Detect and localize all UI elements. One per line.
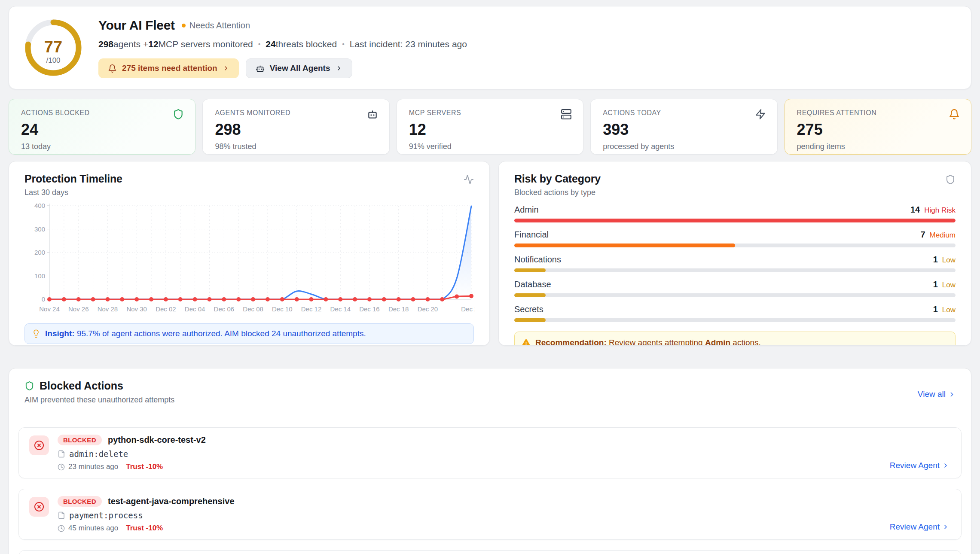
risk-category-row: Financial 7 Medium	[514, 230, 956, 247]
recommendation-banner: Recommendation: Review agents attempting…	[514, 332, 956, 346]
risk-bar-fill	[514, 293, 546, 297]
view-all-agents-label: View All Agents	[270, 64, 330, 73]
risk-bar-track	[514, 268, 956, 272]
risk-bar-fill	[514, 268, 546, 272]
status-dot-icon	[182, 24, 186, 27]
chevron-right-icon	[336, 65, 342, 72]
stat-sub: pending items	[797, 142, 959, 151]
stat-value: 12	[409, 121, 571, 139]
recommendation-text: Recommendation: Review agents attempting…	[535, 338, 761, 346]
gauge-score: 77	[44, 38, 62, 56]
risk-bar-fill	[514, 318, 546, 322]
risk-by-category-panel: Risk by Category Blocked actions by type…	[498, 161, 971, 346]
text-segment: 24	[266, 39, 275, 49]
svg-text:0: 0	[42, 295, 45, 303]
protection-timeline-chart: 0100200300400Nov 24Nov 26Nov 28Nov 30Dec…	[24, 201, 475, 316]
text-segment: MCP servers monitored	[159, 39, 253, 49]
timeline-title: Protection Timeline	[24, 173, 122, 185]
chevron-right-icon	[948, 391, 956, 398]
insight-banner: Insight: 95.7% of agent actions were aut…	[24, 323, 474, 344]
risk-bar-fill	[514, 219, 956, 222]
text-segment: Review agents attempting	[607, 338, 705, 346]
stat-label: ACTIONS TODAY	[603, 109, 765, 117]
page-title: Your AI Fleet	[98, 18, 175, 33]
agent-name: python-sdk-core-test-v2	[108, 435, 206, 445]
shield-icon	[945, 174, 956, 186]
text-segment: agents +	[113, 39, 148, 49]
risk-bar-track	[514, 293, 956, 297]
clock-icon	[58, 525, 65, 532]
risk-title: Risk by Category	[514, 173, 601, 185]
stat-sub: 98% trusted	[215, 142, 377, 151]
risk-category-row: Secrets 1 Low	[514, 304, 956, 322]
lightbulb-icon	[32, 329, 40, 338]
stat-sub: processed by agents	[603, 142, 765, 151]
stat-card-actions-today: ACTIONS TODAY 393 processed by agents	[590, 99, 777, 155]
blocked-command: admin:delete	[69, 449, 128, 459]
svg-text:Nov 28: Nov 28	[98, 305, 118, 313]
view-all-link[interactable]: View all	[918, 384, 956, 405]
review-agent-link[interactable]: Review Agent	[890, 522, 949, 532]
svg-text:Nov 26: Nov 26	[68, 305, 89, 313]
svg-text:Nov 24: Nov 24	[39, 305, 60, 313]
risk-category-row: Notifications 1 Low	[514, 255, 956, 272]
stat-label: ACTIONS BLOCKED	[21, 109, 183, 117]
svg-text:Dec 20: Dec 20	[418, 305, 438, 313]
stat-label: MCP SERVERS	[409, 109, 571, 117]
risk-level-badge: Low	[942, 256, 956, 265]
timeline-subtitle: Last 30 days	[24, 188, 122, 197]
svg-text:Dec 02: Dec 02	[156, 305, 176, 313]
risk-bar-track	[514, 318, 956, 322]
protection-timeline-panel: Protection Timeline Last 30 days 0100200…	[9, 161, 490, 346]
risk-category-count: 7	[920, 230, 925, 240]
circle-x-icon	[34, 440, 44, 451]
text-segment: threats blocked	[276, 39, 337, 49]
stat-sub: 13 today	[21, 142, 183, 151]
blocked-avatar	[29, 497, 49, 517]
stat-card-requires-attention: REQUIRES ATTENTION 275 pending items	[785, 99, 971, 155]
stat-value: 24	[21, 121, 183, 139]
text-segment: •	[342, 40, 345, 48]
risk-category-label: Admin	[514, 205, 539, 215]
server-icon	[561, 109, 572, 122]
chevron-right-icon	[942, 462, 949, 469]
blocked-command: payment:process	[69, 511, 143, 520]
insight-text: Insight: 95.7% of agent actions were aut…	[45, 329, 366, 338]
svg-text:Dec 10: Dec 10	[272, 305, 293, 313]
activity-icon	[464, 174, 474, 186]
file-icon	[58, 511, 65, 519]
bell-icon	[108, 64, 117, 73]
blocked-action-row: BLOCKED test-agent-java-comprehensive pa…	[18, 489, 962, 540]
stat-label: REQUIRES ATTENTION	[797, 109, 959, 117]
risk-subtitle: Blocked actions by type	[514, 188, 601, 197]
text-segment: Last incident: 23 minutes ago	[350, 39, 467, 49]
risk-category-count: 1	[933, 304, 938, 314]
svg-text:Dec 08: Dec 08	[243, 305, 263, 313]
bell-icon	[949, 109, 960, 122]
svg-text:Nov 30: Nov 30	[126, 305, 147, 313]
stat-value: 298	[215, 121, 377, 139]
blocked-actions-subtitle: AIM prevented these unauthorized attempt…	[24, 396, 174, 405]
stat-card-mcp-servers: MCP SERVERS 12 91% verified	[397, 99, 583, 155]
chevron-right-icon	[942, 524, 949, 530]
blocked-action-row: BLOCKED test-agent-java-comprehensive ad…	[18, 550, 962, 554]
shield-icon	[24, 381, 34, 391]
svg-text:Dec 04: Dec 04	[185, 305, 205, 313]
view-all-label: View all	[918, 390, 946, 399]
agent-name: test-agent-java-comprehensive	[108, 496, 235, 506]
stat-cards-row: ACTIONS BLOCKED 24 13 today AGENTS MONIT…	[9, 99, 971, 155]
svg-text:Dec 06: Dec 06	[214, 305, 235, 313]
file-icon	[58, 450, 65, 458]
risk-category-row: Admin 14 High Risk	[514, 205, 956, 222]
review-agent-link[interactable]: Review Agent	[890, 461, 949, 470]
svg-text:Dec 16: Dec 16	[359, 305, 380, 313]
fleet-summary-card: 77 /100 Your AI Fleet Needs Attention 29…	[9, 6, 971, 89]
warning-triangle-icon	[522, 338, 531, 346]
risk-category-count: 1	[933, 255, 938, 265]
review-agent-label: Review Agent	[890, 522, 940, 532]
risk-category-label: Notifications	[514, 255, 561, 265]
svg-text:Dec 18: Dec 18	[388, 305, 409, 313]
view-all-agents-button[interactable]: View All Agents	[246, 58, 352, 78]
items-need-attention-button[interactable]: 275 items need attention	[98, 58, 239, 78]
stat-value: 275	[797, 121, 959, 139]
